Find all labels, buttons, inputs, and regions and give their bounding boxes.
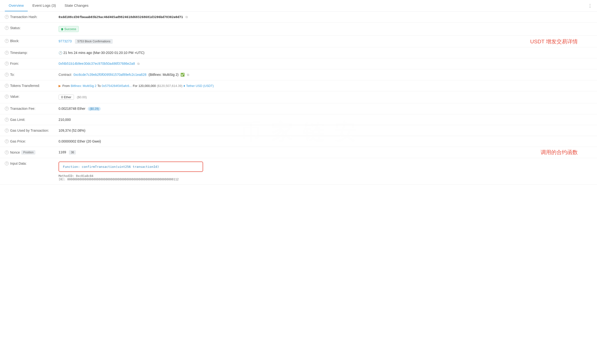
- block-value-cell: 9773273 5753 Block Confirmations USDT 增发…: [54, 36, 597, 47]
- nonce-annotation: 调用的合约函数: [541, 149, 578, 156]
- timestamp-label-cell: ? Timestamp:: [0, 47, 54, 58]
- to-contract-prefix: Contract: [59, 73, 71, 77]
- token-to-label: To: [97, 84, 101, 88]
- nonce-value: 1169: [59, 150, 66, 154]
- tab-state-changes[interactable]: State Changes: [61, 0, 92, 11]
- value-usd: ($0.00): [77, 95, 87, 99]
- block-number-link[interactable]: 9773273: [59, 39, 72, 43]
- from-label-cell: ? From:: [0, 58, 54, 69]
- input-data-help-icon[interactable]: ?: [5, 162, 9, 165]
- table-row-from: ? From: 0xf4b51b14b9ee30dc37ec970b50a486…: [0, 58, 597, 69]
- tokens-label: Tokens Transferred:: [10, 84, 40, 88]
- status-label: Status:: [10, 26, 21, 30]
- value-amount: 0 Ether: [61, 95, 71, 99]
- to-contract-name: (Bitfinex: MultiSig 2): [149, 73, 179, 77]
- overview-panel: 币 家 链 安 Chains Guard Technology ? Transa…: [0, 12, 597, 185]
- input-data-param0: [0]: 00000000000000000000000000000000000…: [59, 178, 592, 181]
- token-to-link[interactable]: 0x5754284f345afc6...: [102, 84, 132, 88]
- table-row-tx-fee: ? Transaction Fee: 0.00218748 Ether ($0.…: [0, 103, 597, 114]
- tx-hash-copy-icon[interactable]: ⧉: [186, 15, 188, 19]
- timestamp-label: Timestamp:: [10, 51, 28, 55]
- gas-price-value-cell: 0.00000002 Ether (20 Gwei): [54, 136, 597, 147]
- nonce-label-cell: ? Nonce Position: [0, 147, 54, 158]
- tab-event-logs[interactable]: Event Logs (3): [29, 0, 60, 11]
- timestamp-help-icon[interactable]: ?: [5, 51, 9, 55]
- status-help-icon[interactable]: ?: [5, 26, 9, 30]
- tx-hash-help-icon[interactable]: ?: [5, 15, 9, 19]
- transfer-arrow-icon: ▶: [59, 84, 61, 88]
- tab-overview[interactable]: Overview: [5, 0, 28, 11]
- token-transfer-row: ▶ From Bitfinex: MultiSig 2 To 0x5754284…: [59, 84, 592, 88]
- tx-fee-label: Transaction Fee:: [10, 107, 35, 110]
- to-label: To:: [10, 73, 15, 77]
- nonce-label: Nonce: [10, 150, 20, 154]
- tx-hash-label: Transaction Hash:: [10, 15, 37, 19]
- gas-limit-help-icon[interactable]: ?: [5, 118, 9, 122]
- value-label-cell: ? Value:: [0, 91, 54, 103]
- gas-used-label: Gas Used by Transaction:: [10, 129, 49, 132]
- nonce-value-cell: 1169 36 调用的合约函数: [54, 147, 597, 158]
- table-row-block: ? Block: 9773273 5753 Block Confirmation…: [0, 36, 597, 47]
- tx-fee-value-cell: 0.00218748 Ether ($0.29): [54, 103, 597, 114]
- input-data-value-cell: Function: confirmTransaction(uint256 tra…: [54, 158, 597, 185]
- to-help-icon[interactable]: ?: [5, 73, 9, 77]
- gas-used-value-cell: 109,374 (52.08%): [54, 125, 597, 136]
- gas-used-label-cell: ? Gas Used by Transaction:: [0, 125, 54, 136]
- status-badge: ✓ Success: [59, 26, 79, 32]
- input-data-method-section: MethodID: 0xc01a8c84 [0]: 00000000000000…: [59, 174, 592, 181]
- table-row-value: ? Value: 0 Ether ($0.00): [0, 91, 597, 103]
- token-amount: 120,000,000: [139, 84, 156, 88]
- token-name-link[interactable]: Tether USD (USDT): [186, 84, 214, 88]
- from-help-icon[interactable]: ?: [5, 62, 9, 65]
- block-annotation: USDT 增发交易详情: [530, 38, 578, 45]
- from-copy-icon[interactable]: ⧉: [137, 62, 140, 66]
- success-dot-icon: ✓: [61, 28, 63, 30]
- block-help-icon[interactable]: ?: [5, 39, 9, 43]
- to-label-cell: ? To:: [0, 69, 54, 80]
- gas-used-value: 109,374 (52.08%): [59, 129, 85, 132]
- table-row-tokens-transferred: ? Tokens Transferred: ▶ From Bitfinex: M…: [0, 80, 597, 91]
- gas-price-help-icon[interactable]: ?: [5, 139, 9, 143]
- gas-price-value: 0.00000002 Ether (20 Gwei): [59, 139, 101, 143]
- tx-fee-label-cell: ? Transaction Fee:: [0, 103, 54, 114]
- to-contract-address-link[interactable]: 0xc6cde7c39eb2f0f0095f41570af89efc2c1ea8…: [73, 73, 147, 77]
- tx-hash-value-cell: 0xdd108cd36fbeaab03b29ac46d465ad9824618d…: [54, 12, 597, 23]
- tokens-help-icon[interactable]: ?: [5, 84, 9, 88]
- token-from-label: From: [63, 84, 70, 88]
- tx-hash-value: 0xdd108cd36fbeaab03b29ac46d465ad9824618d…: [59, 15, 183, 19]
- token-for-label: For: [133, 84, 138, 88]
- tabs-bar: Overview Event Logs (3) State Changes ⋮: [0, 0, 597, 12]
- table-row-timestamp: ? Timestamp: 🕐 21 hrs 24 mins ago (Mar-3…: [0, 47, 597, 58]
- gas-price-label-cell: ? Gas Price:: [0, 136, 54, 147]
- value-value-cell: 0 Ether ($0.00): [54, 91, 597, 103]
- input-data-method-id: MethodID: 0xc01a8c84: [59, 174, 592, 178]
- token-from-link[interactable]: Bitfinex: MultiSig 2: [71, 84, 96, 88]
- gas-price-label: Gas Price:: [10, 139, 26, 143]
- from-value-cell: 0xf4b51b14b9ee30dc37ec970b50a486f37686e2…: [54, 58, 597, 69]
- table-row-to: ? To: Contract 0xc6cde7c39eb2f0f0095f415…: [0, 69, 597, 80]
- input-data-box: Function: confirmTransaction(uint256 tra…: [59, 162, 203, 172]
- block-label-cell: ? Block:: [0, 36, 54, 47]
- value-help-icon[interactable]: ?: [5, 95, 9, 99]
- gas-limit-value-cell: 210,000: [54, 114, 597, 125]
- gas-used-help-icon[interactable]: ?: [5, 129, 9, 132]
- token-diamond-icon: ♦: [183, 84, 185, 88]
- block-label: Block:: [10, 39, 19, 43]
- token-usd-amount: ($120,507,614.39): [157, 84, 182, 88]
- tx-hash-label-cell: ? Transaction Hash:: [0, 12, 54, 23]
- from-address-link[interactable]: 0xf4b51b14b9ee30dc37ec970b50a486f37686e2…: [59, 62, 135, 65]
- status-value-cell: ✓ Success: [54, 23, 597, 36]
- to-copy-icon[interactable]: ⧉: [187, 73, 189, 77]
- more-menu-icon[interactable]: ⋮: [588, 3, 592, 8]
- table-row-status: ? Status: ✓ Success: [0, 23, 597, 36]
- nonce-help-icon[interactable]: ?: [5, 150, 9, 154]
- status-value: Success: [64, 27, 76, 31]
- tokens-value-cell: ▶ From Bitfinex: MultiSig 2 To 0x5754284…: [54, 80, 597, 91]
- input-data-label-cell: ? Input Data:: [0, 158, 54, 185]
- nonce-position-badge: Position: [21, 150, 35, 155]
- status-label-cell: ? Status:: [0, 23, 54, 36]
- gas-limit-value: 210,000: [59, 118, 71, 122]
- timestamp-value-cell: 🕐 21 hrs 24 mins ago (Mar-30-2020 01:20:…: [54, 47, 597, 58]
- table-row-input-data: ? Input Data: Function: confirmTransacti…: [0, 158, 597, 185]
- tx-fee-help-icon[interactable]: ?: [5, 107, 9, 110]
